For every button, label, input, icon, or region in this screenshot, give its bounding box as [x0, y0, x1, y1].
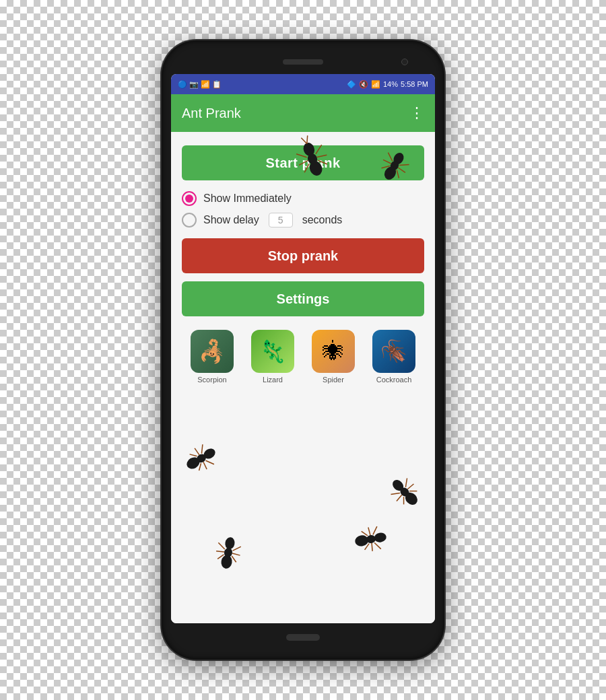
seconds-label: seconds	[302, 214, 343, 226]
app-title: Ant Prank	[182, 106, 241, 121]
app-item-lizard[interactable]: 🦎 Lizard	[251, 330, 294, 384]
stop-prank-button[interactable]: Stop prank	[182, 238, 424, 273]
radio-group: Show Immediately Show delay 5 seconds	[182, 188, 424, 230]
svg-point-49	[354, 534, 369, 547]
start-prank-button[interactable]: Start prank	[182, 145, 424, 180]
svg-line-35	[402, 478, 411, 487]
settings-button[interactable]: Settings	[182, 281, 424, 316]
svg-line-50	[372, 526, 378, 534]
status-bar: 🔵 📷 📶 📋 🔷 🔇 📶 14% 5:58 PM	[171, 74, 435, 94]
volume-icon: 🔇	[359, 80, 368, 89]
app-item-cockroach[interactable]: 🪳 Cockroach	[372, 330, 415, 384]
status-bar-right: 🔷 🔇 📶 14% 5:58 PM	[347, 80, 428, 89]
ant-decoration-4	[381, 462, 428, 522]
ant-decoration-3	[178, 428, 225, 489]
svg-line-46	[231, 556, 237, 562]
svg-line-23	[198, 444, 206, 454]
delay-value[interactable]: 5	[269, 213, 293, 228]
phone-camera	[401, 59, 408, 65]
svg-line-36	[407, 483, 413, 489]
signal-icon: 📶	[371, 80, 380, 89]
svg-line-37	[409, 487, 417, 495]
scorpion-label: Scorpion	[197, 376, 226, 384]
time-display: 5:58 PM	[401, 80, 428, 88]
ant-decoration-5	[205, 522, 252, 583]
phone-bottom	[171, 627, 435, 648]
cockroach-icon: 🪳	[372, 330, 415, 373]
show-delay-row: Show delay 5 seconds	[182, 213, 424, 228]
svg-line-44	[233, 545, 241, 552]
svg-line-10	[304, 135, 310, 143]
svg-point-29	[391, 478, 406, 493]
svg-point-47	[374, 532, 387, 543]
show-immediately-radio[interactable]	[182, 191, 197, 206]
svg-line-24	[195, 448, 199, 455]
svg-line-42	[216, 551, 224, 553]
svg-point-38	[224, 536, 236, 550]
svg-line-45	[232, 553, 240, 555]
app-item-spider[interactable]: 🕷 Spider	[312, 330, 355, 384]
svg-line-43	[217, 554, 224, 560]
svg-point-20	[202, 446, 217, 460]
app-item-scorpion[interactable]: 🦂 Scorpion	[191, 330, 234, 384]
phone-top-bar	[171, 53, 435, 71]
battery-text: 14%	[383, 80, 398, 88]
phone-speaker	[283, 59, 323, 65]
overflow-menu-icon[interactable]: ⋮	[409, 104, 424, 122]
spider-icon: 🕷	[312, 330, 355, 373]
svg-point-31	[403, 490, 419, 507]
svg-line-34	[400, 497, 407, 504]
svg-line-41	[217, 542, 226, 549]
svg-point-30	[399, 486, 411, 498]
phone-frame: 🔵 📷 📶 📋 🔷 🔇 📶 14% 5:58 PM Ant Prank ⋮	[162, 40, 444, 660]
phone-screen: 🔵 📷 📶 📋 🔷 🔇 📶 14% 5:58 PM Ant Prank ⋮	[171, 74, 435, 623]
svg-line-28	[197, 463, 204, 470]
home-button[interactable]	[286, 634, 320, 641]
show-immediately-label: Show Immediately	[203, 193, 292, 205]
svg-point-48	[366, 534, 376, 544]
svg-line-25	[190, 452, 197, 459]
svg-line-54	[371, 543, 373, 551]
svg-point-22	[184, 455, 201, 471]
svg-line-53	[374, 542, 381, 550]
svg-point-39	[224, 547, 233, 558]
lizard-icon: 🦎	[251, 330, 294, 373]
cockroach-label: Cockroach	[376, 376, 412, 384]
show-delay-label: Show delay	[203, 214, 259, 226]
svg-point-40	[220, 555, 233, 569]
notification-icons: 🔵 📷 📶 📋	[178, 80, 222, 89]
apps-row: 🦂 Scorpion 🦎 Lizard 🕷 Spider	[182, 330, 424, 384]
svg-line-32	[391, 489, 399, 498]
svg-line-26	[205, 458, 213, 467]
show-delay-radio[interactable]	[182, 213, 197, 228]
svg-line-33	[396, 495, 402, 501]
lizard-label: Lizard	[263, 376, 283, 384]
svg-line-27	[203, 462, 207, 469]
spider-label: Spider	[323, 376, 344, 384]
show-immediately-row: Show Immediately	[182, 191, 424, 206]
svg-line-52	[362, 530, 368, 536]
status-bar-left: 🔵 📷 📶 📋	[178, 80, 222, 89]
svg-line-9	[301, 137, 306, 145]
content-area: Start prank Show Immediately Show delay …	[171, 132, 435, 623]
scorpion-icon: 🦂	[191, 330, 234, 373]
ant-decoration-6	[347, 509, 395, 569]
svg-point-21	[195, 452, 207, 464]
svg-line-51	[368, 527, 370, 535]
app-bar: Ant Prank ⋮	[171, 94, 435, 132]
bluetooth-icon: 🔷	[347, 80, 356, 89]
svg-line-55	[364, 544, 370, 550]
